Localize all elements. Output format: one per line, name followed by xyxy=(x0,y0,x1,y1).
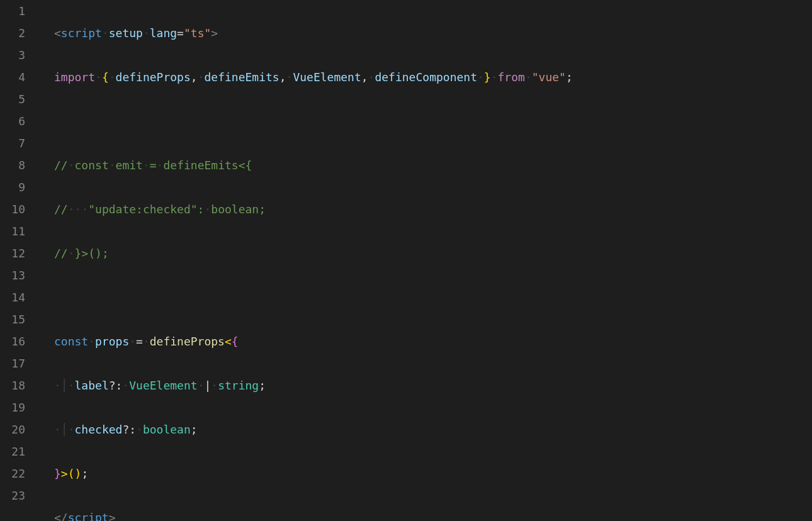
line-number-gutter: 1 2 3 4 5 6 7 8 9 10 11 12 13 14 15 16 1… xyxy=(0,0,39,521)
line-number: 17 xyxy=(0,352,25,374)
line-number: 19 xyxy=(0,396,25,418)
line-number: 13 xyxy=(0,264,25,286)
line-number: 2 xyxy=(0,22,25,44)
code-line[interactable]: const·props·=·defineProps<{ xyxy=(54,330,812,352)
line-number: 1 xyxy=(0,0,25,22)
code-line[interactable]: ·│·checked?:·boolean; xyxy=(54,418,812,440)
line-number: 21 xyxy=(0,440,25,462)
code-line[interactable]: //···"update:checked":·boolean; xyxy=(54,198,812,220)
code-line[interactable]: </script> xyxy=(54,507,812,521)
line-number: 11 xyxy=(0,220,25,242)
line-number: 4 xyxy=(0,66,25,88)
code-line[interactable]: //·}>(); xyxy=(54,242,812,264)
line-number: 22 xyxy=(0,462,25,485)
line-number: 3 xyxy=(0,44,25,66)
line-number: 6 xyxy=(0,110,25,132)
line-number: 20 xyxy=(0,418,25,440)
line-number: 15 xyxy=(0,308,25,330)
line-number: 16 xyxy=(0,330,25,352)
line-number: 9 xyxy=(0,176,25,198)
code-editor[interactable]: 1 2 3 4 5 6 7 8 9 10 11 12 13 14 15 16 1… xyxy=(0,0,812,521)
line-number: 7 xyxy=(0,132,25,154)
code-line[interactable]: ·│·label?:·VueElement·|·string; xyxy=(54,374,812,396)
line-number: 8 xyxy=(0,154,25,176)
line-number: 10 xyxy=(0,198,25,220)
line-number: 5 xyxy=(0,88,25,110)
line-number: 18 xyxy=(0,374,25,396)
line-number: 23 xyxy=(0,485,25,507)
code-line[interactable]: //·const·emit·=·defineEmits<{ xyxy=(54,154,812,176)
code-line[interactable]: import·{·defineProps,·defineEmits,·VueEl… xyxy=(54,66,812,88)
code-line[interactable]: }>(); xyxy=(54,462,812,485)
code-line[interactable]: <script·setup·lang="ts"> xyxy=(54,22,812,44)
code-line[interactable] xyxy=(54,110,812,132)
line-number: 14 xyxy=(0,286,25,308)
line-number: 12 xyxy=(0,242,25,264)
code-area[interactable]: <script·setup·lang="ts"> import·{·define… xyxy=(39,0,812,521)
code-line[interactable] xyxy=(54,286,812,308)
